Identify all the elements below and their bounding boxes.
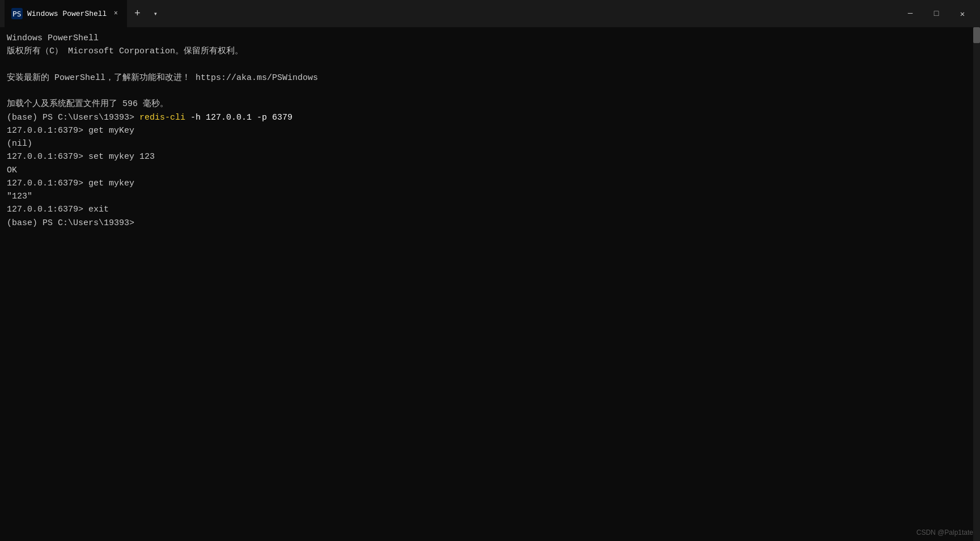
line-13: "123" <box>7 190 973 203</box>
line-3-empty <box>7 58 973 71</box>
window-controls: ─ □ ✕ <box>897 5 975 23</box>
close-button[interactable]: ✕ <box>949 5 975 23</box>
minimize-button[interactable]: ─ <box>897 5 923 23</box>
terminal-body[interactable]: Windows PowerShell 版权所有（C） Microsoft Cor… <box>0 27 980 541</box>
maximize-button[interactable]: □ <box>923 5 949 23</box>
line-2: 版权所有（C） Microsoft Corporation。保留所有权利。 <box>7 45 973 58</box>
powershell-icon: PS <box>11 8 23 19</box>
line-5-empty <box>7 84 973 98</box>
line-1: Windows PowerShell <box>7 32 973 45</box>
line-15-prompt: (base) PS C:\Users\19393> <box>7 217 973 230</box>
line-12: 127.0.0.1:6379> get mykey <box>7 177 973 190</box>
svg-text:PS: PS <box>12 10 22 18</box>
line-4: 安装最新的 PowerShell，了解新功能和改进！ https://aka.m… <box>7 71 973 84</box>
powershell-window: PS Windows PowerShell × + ▾ ─ □ ✕ Window… <box>0 0 980 541</box>
line-6: 加载个人及系统配置文件用了 596 毫秒。 <box>7 98 973 111</box>
titlebar: PS Windows PowerShell × + ▾ ─ □ ✕ <box>0 0 980 27</box>
line-9: (nil) <box>7 137 973 150</box>
scrollbar-thumb[interactable] <box>973 27 980 43</box>
tab-dropdown-button[interactable]: ▾ <box>147 6 163 22</box>
tab-label: Windows PowerShell <box>27 10 107 18</box>
line-14: 127.0.0.1:6379> exit <box>7 203 973 216</box>
tab-close-button[interactable]: × <box>111 9 120 18</box>
line-7-command: (base) PS C:\Users\19393> redis-cli -h 1… <box>7 111 973 124</box>
line-10: 127.0.0.1:6379> set mykey 123 <box>7 150 973 163</box>
line-8: 127.0.0.1:6379> get myKey <box>7 124 973 137</box>
tab-area: PS Windows PowerShell × + ▾ <box>5 0 897 27</box>
active-tab[interactable]: PS Windows PowerShell × <box>5 0 127 27</box>
watermark: CSDN @Palp1tate <box>917 529 973 536</box>
line-11: OK <box>7 164 973 177</box>
new-tab-button[interactable]: + <box>127 3 147 24</box>
scrollbar[interactable] <box>973 27 980 541</box>
